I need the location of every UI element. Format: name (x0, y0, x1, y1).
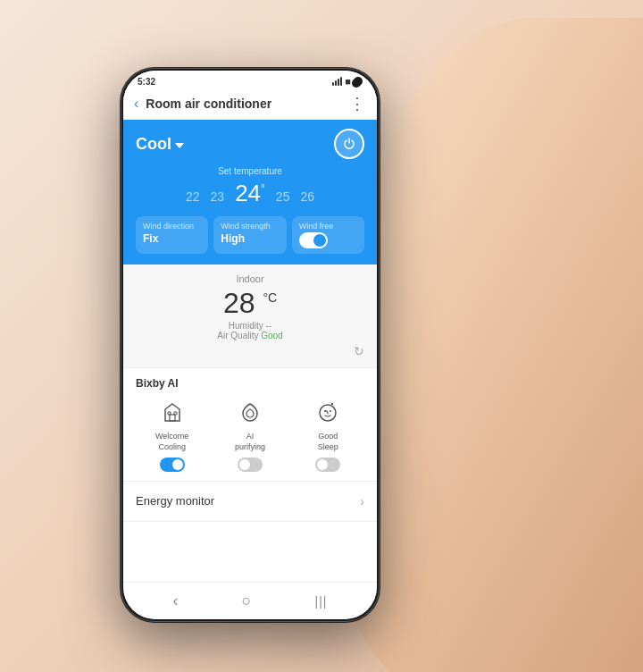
indoor-details: Humidity -- Air Quality Good (136, 321, 364, 340)
nav-home-button[interactable]: ○ (242, 592, 252, 610)
air-quality-value: Good (261, 331, 282, 340)
indoor-label: Indoor (136, 273, 364, 284)
energy-chevron-icon: › (360, 494, 364, 508)
battery-icon: ■ (345, 76, 351, 87)
signal-icon (332, 77, 342, 86)
welcome-cooling-toggle[interactable] (160, 458, 185, 472)
welcome-cooling-label: WelcomeCooling (155, 432, 188, 452)
nav-recent-button[interactable]: ||| (315, 594, 328, 609)
bixby-title: Bixby AI (136, 377, 364, 390)
temp-22[interactable]: 22 (186, 189, 200, 204)
humidity-text: Humidity -- (229, 321, 271, 331)
toggle-knob (313, 234, 326, 247)
ai-purifying-toggle[interactable] (238, 458, 263, 472)
wind-strength-label: Wind strength (221, 222, 279, 231)
bixby-welcome-cooling[interactable]: WelcomeCooling (136, 397, 208, 471)
good-sleep-label: GoodSleep (318, 432, 338, 452)
page-title: Room air conditioner (146, 97, 349, 111)
ai-purifying-label: AIpurifying (235, 432, 265, 452)
menu-button[interactable]: ⋮ (349, 94, 366, 113)
temp-25[interactable]: 25 (276, 189, 290, 204)
svg-point-2 (324, 410, 326, 412)
ac-mode-selector[interactable]: Cool (136, 135, 184, 154)
bixby-items-list: WelcomeCooling (136, 397, 364, 471)
svg-rect-0 (170, 415, 175, 421)
indoor-section: Indoor 28 °C Humidity -- Air Quality Goo… (123, 265, 377, 368)
app-header: ‹ Room air conditioner ⋮ (123, 88, 377, 120)
air-quality-label: Air Quality (217, 331, 258, 340)
camera-hole (352, 79, 361, 88)
back-button[interactable]: ‹ (134, 96, 138, 112)
power-button[interactable] (334, 129, 364, 159)
temp-23[interactable]: 23 (211, 189, 225, 204)
phone-frame: 5:32 ■ ‹ Room air c (121, 68, 380, 622)
status-bar: 5:32 ■ (123, 71, 377, 88)
mini-knob-2 (239, 459, 250, 470)
wind-free-toggle[interactable] (299, 232, 328, 248)
wind-strength-card[interactable]: Wind strength High (213, 216, 286, 254)
ac-mode-label: Cool (136, 135, 171, 154)
temp-unit: °C (263, 290, 277, 305)
welcome-cooling-icon (156, 397, 188, 429)
bottom-nav: ‹ ○ ||| (123, 582, 377, 619)
indoor-temperature: 28 °C (136, 288, 364, 319)
phone-screen: 5:32 ■ ‹ Room air c (123, 71, 377, 619)
energy-monitor-row[interactable]: Energy monitor › (123, 482, 377, 522)
svg-point-3 (330, 410, 331, 412)
mini-knob-3 (317, 459, 328, 470)
mini-knob-1 (172, 459, 183, 470)
nav-back-button[interactable]: ‹ (173, 592, 179, 610)
ai-purifying-icon (234, 397, 266, 429)
phone-wrapper: 5:32 ■ ‹ Room air c (121, 68, 380, 622)
refresh-icon[interactable]: ↻ (354, 344, 364, 358)
temp-26[interactable]: 26 (300, 189, 314, 204)
good-sleep-toggle[interactable] (315, 458, 340, 472)
good-sleep-icon (312, 397, 344, 429)
wind-free-label: Wind free (299, 222, 357, 231)
wind-free-card[interactable]: Wind free (292, 216, 364, 254)
status-time: 5:32 (138, 77, 155, 87)
wind-direction-value: Fix (143, 232, 201, 245)
temperature-selector[interactable]: 22 23 24° 25 26 (136, 180, 364, 207)
wind-strength-value: High (221, 232, 279, 245)
bixby-ai-purifying[interactable]: AIpurifying (213, 397, 286, 471)
bixby-section: Bixby AI WelcomeCooli (123, 368, 377, 481)
temp-24-active[interactable]: 24° (235, 180, 265, 207)
set-temp-label: Set temperature (136, 166, 364, 176)
mode-dropdown-arrow (175, 143, 184, 148)
wind-controls: Wind direction Fix Wind strength High Wi… (136, 216, 364, 254)
energy-monitor-label: Energy monitor (136, 494, 214, 508)
wind-direction-label: Wind direction (143, 222, 201, 231)
bixby-good-sleep[interactable]: GoodSleep (292, 397, 364, 471)
wind-direction-card[interactable]: Wind direction Fix (136, 216, 208, 254)
ac-control-section: Cool Set temperature 22 23 24 (123, 120, 377, 265)
